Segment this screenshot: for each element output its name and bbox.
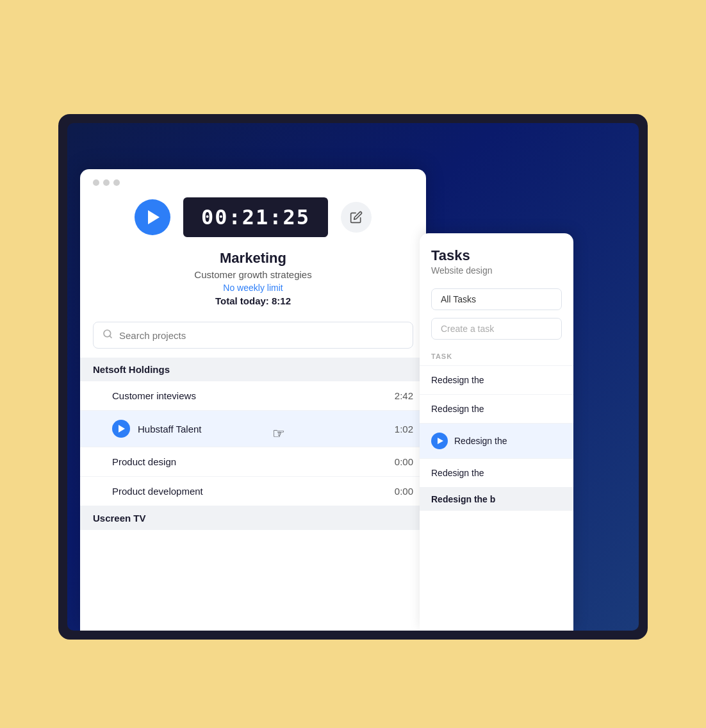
- project-description: Customer growth strategies: [93, 269, 413, 280]
- task-item[interactable]: Redesign the: [420, 366, 573, 395]
- project-item-time: 1:02: [395, 424, 413, 434]
- task-item[interactable]: Redesign the: [420, 459, 573, 488]
- play-button[interactable]: [135, 199, 170, 235]
- timer-controls: 00:21:25: [80, 191, 426, 247]
- tasks-title: Tasks: [431, 247, 562, 264]
- project-item-name: Customer inteviews: [112, 390, 395, 401]
- monitor-screen: 00:21:25 Marketing Customer growth strat…: [67, 123, 639, 631]
- task-name: Redesign the: [431, 404, 484, 414]
- project-item-time: 0:00: [395, 486, 413, 497]
- search-input[interactable]: [119, 330, 404, 341]
- app-container: 00:21:25 Marketing Customer growth strat…: [67, 131, 639, 631]
- dot-2: [103, 179, 110, 186]
- tasks-panel: Tasks Website design All Tasks Create a …: [420, 233, 573, 631]
- project-name: Marketing: [93, 250, 413, 267]
- tasks-subtitle: Website design: [431, 265, 562, 276]
- all-tasks-button[interactable]: All Tasks: [431, 288, 562, 310]
- project-play-icon[interactable]: [112, 420, 130, 438]
- create-task-button[interactable]: Create a task: [431, 318, 562, 340]
- project-item-name: Product design: [112, 456, 395, 467]
- projects-list: Netsoft Holdings Customer inteviews 2:42…: [80, 358, 426, 631]
- task-name: Redesign the: [431, 468, 484, 478]
- project-item-time: 0:00: [395, 456, 413, 467]
- project-item-name: Product development: [112, 486, 395, 497]
- project-info: Marketing Customer growth strategies No …: [80, 247, 426, 313]
- list-item[interactable]: Product development 0:00: [80, 477, 426, 506]
- timer-panel: 00:21:25 Marketing Customer growth strat…: [80, 169, 426, 631]
- task-name: Redesign the: [431, 375, 484, 385]
- list-item[interactable]: Hubstaff Talent 1:02 ☞: [80, 411, 426, 447]
- total-today-value: 8:12: [272, 295, 291, 306]
- edit-icon: [350, 211, 363, 224]
- timer-display: 00:21:25: [183, 197, 328, 237]
- total-today: Total today: 8:12: [93, 295, 413, 306]
- search-box[interactable]: [93, 322, 413, 349]
- bottom-group-label: Redesign the b: [420, 488, 573, 511]
- edit-button[interactable]: [341, 202, 372, 233]
- task-name: Redesign the: [454, 436, 507, 446]
- search-icon: [103, 329, 113, 342]
- dot-3: [113, 179, 120, 186]
- task-play-icon[interactable]: [431, 433, 448, 449]
- list-item[interactable]: Product design 0:00: [80, 447, 426, 477]
- svg-line-1: [110, 336, 111, 338]
- tasks-header: Tasks Website design: [420, 233, 573, 281]
- monitor: 00:21:25 Marketing Customer growth strat…: [58, 114, 648, 640]
- panel-dots: [80, 169, 426, 191]
- project-item-time: 2:42: [395, 390, 413, 401]
- project-item-name: Hubstaff Talent: [138, 424, 395, 434]
- total-today-label: Total today:: [215, 295, 269, 306]
- group-header-netsoft: Netsoft Holdings: [80, 358, 426, 381]
- dot-1: [93, 179, 99, 186]
- task-item[interactable]: Redesign the: [420, 424, 573, 459]
- tasks-column-header: TASK: [420, 347, 573, 366]
- list-item[interactable]: Customer inteviews 2:42: [80, 381, 426, 411]
- group-header-uscreen: Uscreen TV: [80, 506, 426, 530]
- weekly-limit: No weekly limit: [93, 283, 413, 293]
- task-item[interactable]: Redesign the: [420, 395, 573, 424]
